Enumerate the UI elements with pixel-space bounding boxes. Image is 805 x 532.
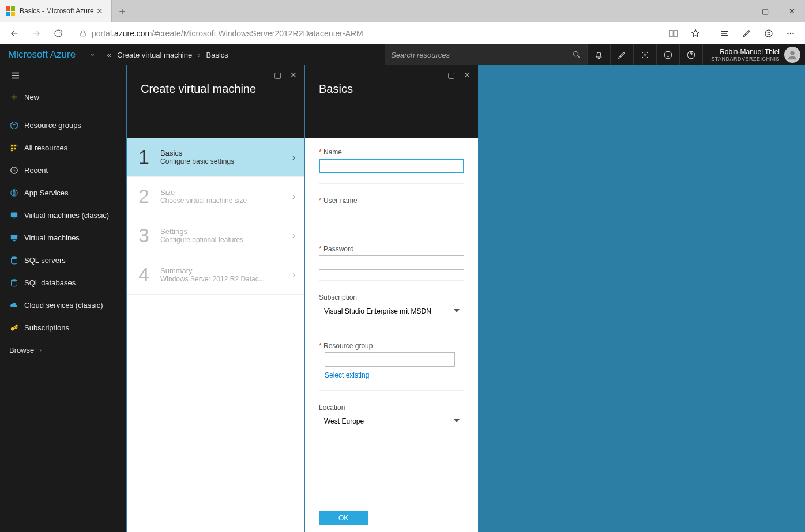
resource-group-input[interactable]	[325, 352, 455, 367]
password-label: Password	[319, 245, 464, 253]
username-input[interactable]	[319, 207, 464, 221]
svg-point-7	[664, 51, 672, 59]
settings-icon[interactable]	[633, 44, 656, 65]
svg-rect-14	[14, 148, 16, 150]
grid-icon	[9, 143, 24, 153]
browser-tab[interactable]: Basics - Microsoft Azure ✕	[0, 0, 112, 22]
subscription-select[interactable]: Visual Studio Enterprise mit MSDN	[319, 304, 464, 318]
sidebar-browse[interactable]: Browse	[0, 339, 126, 361]
more-icon[interactable]	[780, 22, 802, 44]
address-bar[interactable]: portal.azure.com/#create/Microsoft.Windo…	[89, 29, 663, 38]
blade-minimize-icon[interactable]: —	[427, 69, 442, 81]
wizard-steps: 1 BasicsConfigure basic settings › 2 Siz…	[127, 138, 304, 295]
database-icon	[9, 278, 24, 288]
select-existing-link[interactable]: Select existing	[325, 371, 369, 379]
journey: — ▢ ✕ Create virtual machine 1 BasicsCon…	[126, 65, 805, 532]
svg-point-22	[12, 256, 17, 259]
share-icon[interactable]	[758, 22, 780, 44]
sidebar-item-recent[interactable]: Recent	[0, 159, 126, 182]
forward-button[interactable]	[25, 22, 47, 44]
favorite-icon[interactable]	[684, 22, 706, 44]
window-maximize[interactable]: ▢	[752, 0, 778, 22]
svg-point-24	[11, 327, 14, 331]
brand-caret-icon[interactable]	[84, 44, 101, 65]
chevron-right-icon: ›	[292, 231, 295, 241]
blade-maximize-icon[interactable]: ▢	[443, 69, 458, 81]
location-label: Location	[319, 403, 464, 412]
blade-header: — ▢ ✕ Create virtual machine	[127, 65, 304, 138]
step-number: 3	[138, 224, 160, 247]
blade-basics: — ▢ ✕ Basics Name User name	[305, 65, 478, 532]
window-close[interactable]: ✕	[778, 0, 805, 22]
blade-minimize-icon[interactable]: —	[254, 69, 269, 81]
sidebar-item-label: Recent	[24, 166, 48, 175]
blade-maximize-icon[interactable]: ▢	[270, 69, 285, 81]
sidebar-item-label: All resources	[24, 144, 67, 152]
hub-icon[interactable]	[714, 22, 736, 44]
blade-close-icon[interactable]: ✕	[460, 69, 475, 81]
search-input[interactable]	[391, 51, 572, 59]
notes-icon[interactable]	[736, 22, 758, 44]
sidebar-item-sql-databases[interactable]: SQL databases	[0, 271, 126, 294]
sidebar-item-label: Virtual machines (classic)	[24, 211, 109, 220]
sidebar-item-subscriptions[interactable]: Subscriptions	[0, 316, 126, 339]
ok-button[interactable]: OK	[319, 511, 368, 525]
edit-icon[interactable]	[610, 44, 633, 65]
blade-header: — ▢ ✕ Basics	[305, 65, 478, 138]
chevron-right-icon: ›	[198, 51, 200, 59]
chevron-right-icon: ›	[292, 270, 295, 280]
breadcrumb-item[interactable]: Create virtual machine	[117, 51, 192, 59]
brand[interactable]: Microsoft Azure	[0, 44, 84, 65]
blade-close-icon[interactable]: ✕	[286, 69, 301, 81]
back-button[interactable]	[3, 22, 25, 44]
feedback-icon[interactable]	[656, 44, 679, 65]
svg-point-9	[790, 51, 794, 55]
breadcrumb-item[interactable]: Basics	[206, 51, 228, 59]
user-menu[interactable]: Robin-Manuel Thiel STANDARDVERZEICHNIS	[702, 44, 805, 65]
svg-rect-10	[11, 145, 13, 147]
sidebar-item-app-services[interactable]: App Services	[0, 182, 126, 204]
step-number: 4	[138, 263, 160, 286]
password-input[interactable]	[319, 255, 464, 270]
lock-icon	[77, 29, 89, 37]
wizard-step-summary[interactable]: 4 SummaryWindows Server 2012 R2 Datac...…	[127, 255, 304, 295]
sidebar-item-resource-groups[interactable]: Resource groups	[0, 114, 126, 137]
sidebar-item-cloud-services[interactable]: Cloud services (classic)	[0, 294, 126, 316]
name-input[interactable]	[319, 159, 464, 173]
svg-point-4	[792, 32, 793, 33]
portal-main: New Resource groups All resources Recent…	[0, 65, 805, 532]
step-title: Settings	[160, 227, 292, 236]
hamburger-icon[interactable]	[0, 65, 126, 86]
plus-icon	[9, 92, 24, 102]
database-icon	[9, 255, 24, 265]
avatar	[784, 47, 800, 63]
step-subtitle: Choose virtual machine size	[160, 197, 292, 205]
svg-point-23	[12, 279, 17, 281]
sidebar-item-all-resources[interactable]: All resources	[0, 137, 126, 159]
new-tab-button[interactable]: ＋	[112, 0, 133, 22]
form-footer: OK	[305, 504, 478, 532]
wizard-step-settings[interactable]: 3 SettingsConfigure optional features ›	[127, 216, 304, 255]
wizard-step-basics[interactable]: 1 BasicsConfigure basic settings ›	[127, 138, 304, 177]
refresh-button[interactable]	[47, 22, 69, 44]
sidebar-item-sql-servers[interactable]: SQL servers	[0, 249, 126, 271]
url-path: /#create/Microsoft.WindowsServer2012R2Da…	[152, 29, 363, 38]
window-minimize[interactable]: —	[725, 0, 752, 22]
help-icon[interactable]	[679, 44, 702, 65]
breadcrumb-back-icon[interactable]: «	[101, 44, 117, 65]
sidebar-item-new[interactable]: New	[0, 86, 126, 108]
search-bar[interactable]	[385, 44, 587, 65]
step-subtitle: Configure basic settings	[160, 157, 292, 165]
user-name: Robin-Manuel Thiel	[711, 48, 780, 56]
portal-top-bar: Microsoft Azure « Create virtual machine…	[0, 44, 805, 65]
notifications-icon[interactable]	[587, 44, 610, 65]
name-label: Name	[319, 148, 464, 156]
chevron-right-icon	[37, 348, 43, 353]
sidebar-item-vm-classic[interactable]: Virtual machines (classic)	[0, 204, 126, 227]
sidebar-item-label: Cloud services (classic)	[24, 301, 103, 310]
location-select[interactable]: West Europe	[319, 414, 464, 428]
tab-close-icon[interactable]: ✕	[94, 6, 106, 16]
sidebar-item-vm[interactable]: Virtual machines	[0, 227, 126, 249]
wizard-step-size[interactable]: 2 SizeChoose virtual machine size ›	[127, 177, 304, 216]
reading-view-icon[interactable]	[663, 22, 684, 44]
